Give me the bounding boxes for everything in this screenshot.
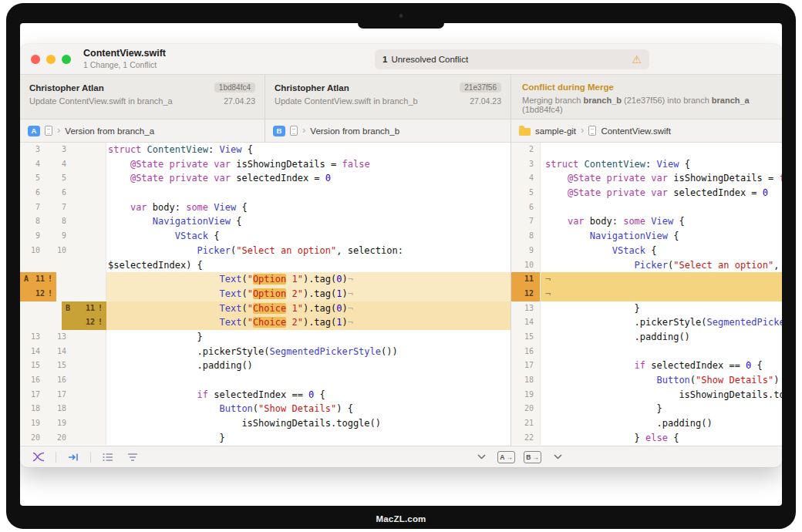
line-number: 3 [20,143,46,157]
conflict-count: 1 [382,55,387,64]
code-row: 13 } [511,301,782,316]
code-line: if selectedIndex == 0 { [541,359,782,373]
close-button[interactable] [31,55,40,64]
version-b-label: Version from branch_b [310,126,399,136]
code-line: NavigationView { [106,214,511,229]
toolbar-separator [56,452,56,463]
camera-dot [399,14,403,18]
code-row: 15 .padding() [511,330,782,345]
output-file-name: ContentView.swift [601,126,671,136]
line-gutter: 77 [20,200,106,215]
line-number: 20 [46,431,72,446]
code-line: isShowingDetails.toggle() [106,416,511,431]
conflict-marker-b[interactable]: B11! [62,301,106,316]
code-row: 1818 Button("Show Details") { [20,402,511,416]
document-icon [588,126,596,136]
code-row: 1515 .padding() [20,359,511,373]
line-number: 16 [46,373,72,388]
code-row: 66 [20,186,511,200]
unresolved-conflict-badge[interactable]: 1 Unresolved Conflict ⚠ [375,49,649,69]
jump-to-change-icon[interactable] [66,450,81,465]
code-row: 12! Text("Choice 2").tag(1)¬ [20,315,511,330]
code-line [541,143,782,157]
code-line: Text("Option 2").tag(1)¬ [106,287,511,301]
line-number: 21 [511,416,541,431]
code-row: 9 VStack { [511,244,782,258]
conflict-nav-chevron-icon[interactable] [473,450,489,465]
zoom-button[interactable] [62,55,71,64]
line-number: 16 [20,373,46,388]
app-window: ContentView.swift 1 Change, 1 Conflict 1… [20,44,782,467]
use-version-b-button[interactable]: B→ [524,451,541,463]
merged-source-pane[interactable]: 33struct ContentView: View {44 @State pr… [20,143,511,446]
conflict-marker-a[interactable]: A11! [20,272,56,287]
line-number: 18 [46,402,72,416]
line-number: 7 [511,214,541,229]
change-list-icon[interactable] [100,450,116,465]
commit-b[interactable]: Christopher Atlan 21e37f56 Update Conten… [265,75,511,119]
conflict-marker-a[interactable]: 12! [20,287,56,301]
breadcrumb-version-a[interactable]: A › Version from branch_a [20,120,265,142]
line-number: 13 [20,330,46,345]
conflict-marker-b[interactable]: 12! [62,315,106,330]
line-number: 4 [511,171,541,186]
code-line: Button("Show Details") { [541,373,782,388]
breadcrumb-output-file[interactable]: sample-git › ContentView.swift [511,120,782,142]
file-merge-icon[interactable] [31,450,46,465]
line-number: 19 [511,388,541,402]
laptop-frame: ContentView.swift 1 Change, 1 Conflict 1… [6,3,796,529]
conflict-label: Unresolved Conflict [391,55,468,64]
window-controls [31,55,71,64]
line-number: 6 [511,200,541,215]
display-notch [358,23,444,29]
line-gutter: 1616 [20,373,106,388]
filter-list-icon[interactable] [125,450,140,465]
code-line: ¬ [541,287,782,301]
code-line: Button("Show Details") { [106,402,511,416]
code-line: Text("Option 1").tag(0)¬ [106,272,511,287]
bottom-toolbar: A→ B→ [20,446,782,467]
document-title: ContentView.swift [83,48,166,59]
breadcrumb-version-b[interactable]: B › Version from branch_b [265,120,511,142]
code-row: 12! Text("Option 2").tag(1)¬ [20,287,511,301]
line-number: 19 [20,416,46,431]
code-line: var body: some View { [541,214,782,229]
code-row: 2 [511,143,782,157]
arrow-right-icon: → [506,453,513,461]
code-row: 12¬ [511,287,782,301]
line-number: 17 [20,388,46,402]
use-a-label: A [500,453,504,461]
minimize-button[interactable] [46,55,56,64]
version-a-label: Version from branch_a [65,126,154,136]
line-number: 8 [20,214,46,229]
code-line: if selectedIndex == 0 { [106,388,511,402]
line-gutter: 55 [20,171,106,186]
code-line: struct ContentView: View { [106,143,511,157]
code-line: @State private var selectedIndex = 0 [541,186,782,200]
code-line: Picker("Select an option", [541,258,782,273]
code-row: 17 if selectedIndex == 0 { [511,359,782,373]
folder-icon [519,128,531,136]
code-row: 1010 Picker("Select an option", selectio… [20,244,511,258]
line-number: 13 [511,301,541,316]
code-line: .pickerStyle(SegmentedPickerStyle()) [541,315,782,330]
output-file-pane[interactable]: 23struct ContentView: View {4 @State pri… [511,143,782,446]
commit-b-author: Christopher Atlan [275,83,349,93]
line-number: 6 [20,186,46,200]
window-titlebar: ContentView.swift 1 Change, 1 Conflict 1… [20,44,782,75]
output-chevron-icon[interactable] [550,450,565,465]
code-line: } [541,301,782,316]
line-gutter: 1818 [20,402,106,416]
line-gutter: 44 [20,157,106,172]
commit-a-hash: 1bd84fc4 [214,82,255,93]
code-row: 55 @State private var selectedIndex = 0 [20,171,511,186]
commit-b-message: Update ContentView.swift in branch_b [275,96,418,106]
line-gutter: 99 [20,229,106,244]
code-row: 44 @State private var isShowingDetails =… [20,157,511,172]
diff-area: 33struct ContentView: View {44 @State pr… [20,143,782,446]
use-version-a-button[interactable]: A→ [497,451,515,463]
line-number: 8 [46,214,72,229]
chevron-right-icon: › [57,125,60,135]
commit-a[interactable]: Christopher Atlan 1bd84fc4 Update Conten… [20,75,265,119]
code-line: .pickerStyle(SegmentedPickerStyle()) [106,345,511,359]
